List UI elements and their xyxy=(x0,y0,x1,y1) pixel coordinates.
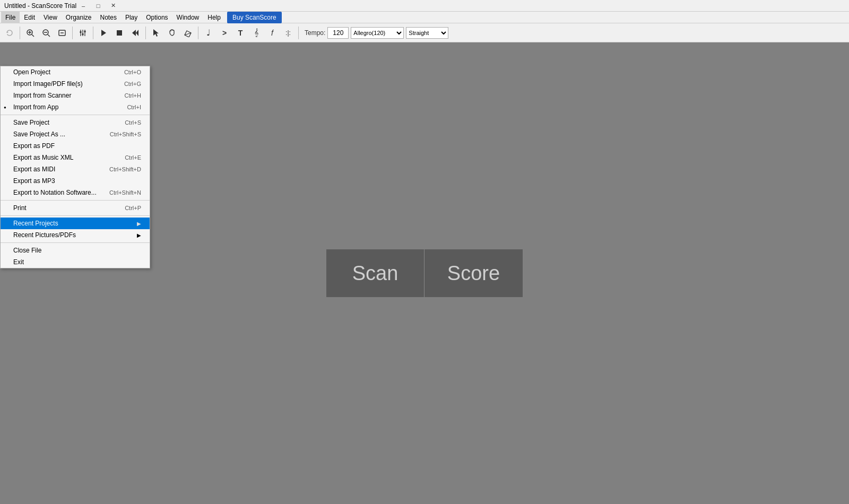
undo-button[interactable] xyxy=(2,25,17,40)
menu-import-app[interactable]: Import from App Ctrl+I xyxy=(1,101,150,113)
toolbar-separator-6 xyxy=(298,27,299,39)
menu-save-project[interactable]: Save Project Ctrl+S xyxy=(1,117,150,128)
maximize-button[interactable]: □ xyxy=(91,1,105,11)
score-label: Score xyxy=(447,262,500,285)
menu-recent-projects[interactable]: Recent Projects ▶ xyxy=(1,218,150,229)
menu-print[interactable]: Print Ctrl+P xyxy=(1,202,150,214)
menu-view[interactable]: View xyxy=(39,12,62,23)
straight-select[interactable]: Straight Swing xyxy=(406,27,448,39)
toolbar-separator-3 xyxy=(93,27,93,39)
allegro-select[interactable]: Allegro(120) Andante(76) Moderato(96) Pr… xyxy=(351,27,404,39)
dynamic-tool-button[interactable]: f xyxy=(265,25,280,40)
svg-marker-18 xyxy=(136,30,138,36)
toolbar: ♩ > T 𝄞 f :|: Tempo: Allegro(120) Andant… xyxy=(0,23,849,42)
hand-tool-button[interactable] xyxy=(164,25,179,40)
title-bar-text: Untitled - ScanScore Trial xyxy=(4,2,76,10)
menu-bar: File Edit View Organize Notes Play Optio… xyxy=(0,12,849,23)
file-dropdown-menu: Open Project Ctrl+O Import Image/PDF fil… xyxy=(0,66,150,268)
svg-rect-13 xyxy=(82,33,84,35)
svg-rect-12 xyxy=(80,31,82,33)
play-button[interactable] xyxy=(96,25,111,40)
minimize-button[interactable]: – xyxy=(76,1,90,11)
buy-scanscore-button[interactable]: Buy ScanScore xyxy=(227,12,282,23)
menu-exit[interactable]: Exit xyxy=(1,256,150,268)
menu-open-project[interactable]: Open Project Ctrl+O xyxy=(1,66,150,78)
svg-rect-14 xyxy=(84,31,86,32)
menu-export-midi[interactable]: Export as MIDI Ctrl+Shift+D xyxy=(1,163,150,175)
menu-import-image[interactable]: Import Image/PDF file(s) Ctrl+G xyxy=(1,78,150,90)
menu-options[interactable]: Options xyxy=(142,12,172,23)
svg-line-1 xyxy=(32,34,34,37)
rewind-button[interactable] xyxy=(128,25,143,40)
title-bar: Untitled - ScanScore Trial – □ ✕ xyxy=(0,0,849,12)
menu-save-project-as[interactable]: Save Project As ... Ctrl+Shift+S xyxy=(1,128,150,140)
menu-export-notation[interactable]: Export to Notation Software... Ctrl+Shif… xyxy=(1,187,150,198)
close-button[interactable]: ✕ xyxy=(106,1,120,11)
eraser-tool-button[interactable] xyxy=(180,25,195,40)
menu-help[interactable]: Help xyxy=(203,12,225,23)
stop-button[interactable] xyxy=(112,25,127,40)
svg-marker-19 xyxy=(153,29,159,37)
note-tool-button[interactable]: ♩ xyxy=(201,25,216,40)
tempo-input[interactable] xyxy=(327,27,349,39)
title-bar-controls: – □ ✕ xyxy=(76,1,120,11)
svg-rect-16 xyxy=(117,30,122,36)
toolbar-separator-4 xyxy=(145,27,146,39)
menu-window[interactable]: Window xyxy=(172,12,204,23)
separator-1 xyxy=(1,115,150,115)
menu-recent-pictures[interactable]: Recent Pictures/PDFs ▶ xyxy=(1,229,150,241)
zoom-in-button[interactable] xyxy=(23,25,38,40)
scan-display: Scan xyxy=(326,249,424,297)
separator-2 xyxy=(1,200,150,201)
menu-play[interactable]: Play xyxy=(121,12,142,23)
mixer-button[interactable] xyxy=(75,25,90,40)
menu-close-file[interactable]: Close File xyxy=(1,245,150,256)
menu-export-mp3[interactable]: Export as MP3 xyxy=(1,175,150,187)
cursor-tool-button[interactable] xyxy=(149,25,163,40)
menu-notes[interactable]: Notes xyxy=(96,12,121,23)
toolbar-separator-2 xyxy=(72,27,73,39)
svg-line-5 xyxy=(48,34,50,37)
toolbar-separator-1 xyxy=(20,27,20,39)
zoom-out-button[interactable] xyxy=(39,25,54,40)
text-tool-button[interactable]: T xyxy=(233,25,248,40)
tempo-area: Tempo: Allegro(120) Andante(76) Moderato… xyxy=(305,27,448,39)
menu-export-xml[interactable]: Export as Music XML Ctrl+E xyxy=(1,152,150,163)
svg-marker-17 xyxy=(132,30,136,36)
scan-score-container: Scan Score xyxy=(326,249,523,297)
menu-import-scanner[interactable]: Import from Scanner Ctrl+H xyxy=(1,90,150,101)
tempo-label: Tempo: xyxy=(305,29,325,37)
separator-3 xyxy=(1,215,150,216)
svg-marker-15 xyxy=(101,30,106,36)
menu-organize[interactable]: Organize xyxy=(62,12,96,23)
fit-button[interactable] xyxy=(55,25,70,40)
score-display: Score xyxy=(424,249,523,297)
menu-edit[interactable]: Edit xyxy=(20,12,39,23)
scan-label: Scan xyxy=(352,262,398,285)
accent-tool-button[interactable]: > xyxy=(217,25,232,40)
separator-4 xyxy=(1,242,150,243)
clef-tool-button[interactable]: 𝄞 xyxy=(249,25,264,40)
main-area: Open Project Ctrl+O Import Image/PDF fil… xyxy=(0,42,849,504)
toolbar-separator-5 xyxy=(198,27,198,39)
menu-file[interactable]: File xyxy=(1,12,20,23)
menu-export-pdf[interactable]: Export as PDF xyxy=(1,140,150,152)
repeat-tool-button[interactable]: :|: xyxy=(281,25,296,40)
